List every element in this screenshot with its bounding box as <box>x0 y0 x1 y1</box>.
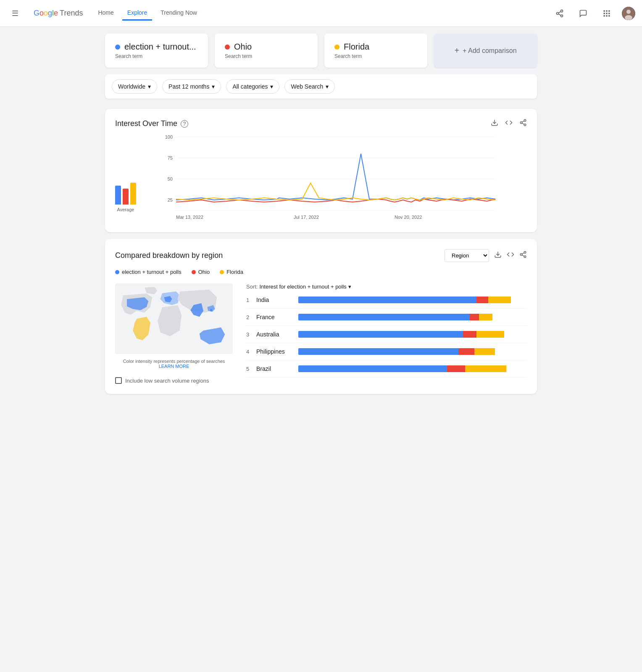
sort-header: Sort: Interest for election + turnout + … <box>246 284 527 290</box>
region-bars <box>298 365 527 372</box>
line-chart-container: 100 75 50 25 Mar 13, 2022 Jul 17, 2022 N… <box>145 137 527 222</box>
region-rank: 3 <box>246 331 256 338</box>
learn-more-link[interactable]: LEARN MORE <box>159 364 189 369</box>
map-note: Color intensity represents percentage of… <box>115 359 233 369</box>
region-bars <box>298 348 527 355</box>
region-rank: 5 <box>246 366 256 372</box>
region-bar-segment <box>470 314 479 320</box>
period-filter[interactable]: Past 12 months ▾ <box>162 79 221 94</box>
help-icon[interactable]: ? <box>181 120 188 128</box>
region-bars <box>298 297 527 303</box>
blue-line <box>176 154 495 200</box>
avatar[interactable] <box>622 7 635 20</box>
breakdown-legend: election + turnout + polls Ohio Florida <box>115 269 527 275</box>
svg-rect-13 <box>608 15 610 16</box>
share-breakdown-button[interactable] <box>519 251 527 260</box>
svg-point-38 <box>524 256 526 258</box>
share-chart-button[interactable] <box>519 119 527 129</box>
region-item: 4Philippines <box>246 348 527 360</box>
legend-dot-yellow <box>220 270 224 274</box>
sort-select-control[interactable]: Interest for election + turnout + polls … <box>259 284 351 290</box>
svg-text:25: 25 <box>168 197 173 202</box>
region-bar-segment <box>463 331 477 338</box>
download-breakdown-button[interactable] <box>494 251 502 260</box>
breakdown-title: Compared breakdown by region <box>115 251 223 260</box>
share-button[interactable] <box>551 5 568 22</box>
add-comparison-button[interactable]: + + Add comparison <box>434 34 537 68</box>
region-bar-segment <box>458 348 474 355</box>
legend-item-3: Florida <box>220 269 243 275</box>
legend-label-1: election + turnout + polls <box>122 269 182 275</box>
search-term-card-1[interactable]: election + turnout... Search term <box>105 34 208 68</box>
feedback-button[interactable] <box>575 5 592 22</box>
svg-point-0 <box>561 10 563 12</box>
svg-text:Mar 13, 2022: Mar 13, 2022 <box>176 215 203 220</box>
svg-line-40 <box>522 253 524 254</box>
svg-rect-6 <box>606 10 607 11</box>
region-list: Sort: Interest for election + turnout + … <box>246 284 527 384</box>
apps-button[interactable] <box>598 5 615 22</box>
menu-button[interactable]: ☰ <box>7 5 24 22</box>
svg-line-22 <box>522 121 524 122</box>
search-term-card-3[interactable]: Florida Search term <box>324 34 427 68</box>
svg-text:50: 50 <box>168 176 173 181</box>
region-bars <box>298 314 527 320</box>
svg-rect-9 <box>606 13 607 14</box>
yellow-line <box>176 183 495 200</box>
term-name-2: Ohio <box>234 42 252 52</box>
region-bar-segment <box>479 314 493 320</box>
add-comparison-label: + Add comparison <box>463 47 517 55</box>
embed-breakdown-button[interactable] <box>507 251 514 260</box>
region-item: 3Australia <box>246 331 527 343</box>
term-type-3: Search term <box>334 53 417 59</box>
embed-chart-button[interactable] <box>505 119 513 129</box>
search-type-filter[interactable]: Web Search ▾ <box>284 79 335 94</box>
chevron-down-icon: ▾ <box>326 83 329 90</box>
breakdown-card: Compared breakdown by region Region Subr… <box>105 239 537 394</box>
region-name: Philippines <box>256 348 298 355</box>
region-bar-segment <box>476 331 504 338</box>
region-name: Australia <box>256 331 298 338</box>
nav-links: Home Explore Trending Now <box>93 6 541 21</box>
legend-item-2: Ohio <box>192 269 210 275</box>
svg-point-36 <box>524 252 526 254</box>
region-bars <box>298 331 527 338</box>
legend-label-2: Ohio <box>198 269 210 275</box>
term-dot-3 <box>334 45 339 50</box>
low-volume-checkbox[interactable] <box>115 377 122 384</box>
search-term-card-2[interactable]: Ohio Search term <box>215 34 318 68</box>
svg-point-18 <box>524 120 526 122</box>
download-chart-button[interactable] <box>491 119 498 129</box>
worldwide-filter[interactable]: Worldwide ▾ <box>112 79 157 94</box>
trends-wordmark: Trends <box>60 9 83 18</box>
svg-point-2 <box>561 15 563 17</box>
region-select[interactable]: Region Subregion Country <box>445 249 489 262</box>
region-bar-segment <box>476 297 488 303</box>
search-type-label: Web Search <box>291 83 323 90</box>
legend-dot-red <box>192 270 196 274</box>
region-rank: 4 <box>246 349 256 355</box>
region-bar-segment <box>465 365 506 372</box>
svg-point-19 <box>520 122 522 124</box>
term-header-1: election + turnout... <box>115 42 198 52</box>
avg-bar-red <box>123 189 129 205</box>
svg-point-1 <box>557 12 559 14</box>
svg-text:Jul 17, 2022: Jul 17, 2022 <box>294 215 319 220</box>
legend-dot-blue <box>115 270 119 274</box>
search-terms-row: election + turnout... Search term Ohio S… <box>105 34 537 68</box>
categories-label: All categories <box>232 83 268 90</box>
svg-rect-12 <box>606 15 607 16</box>
explore-link[interactable]: Explore <box>122 6 152 21</box>
trending-now-link[interactable]: Trending Now <box>155 6 202 21</box>
categories-filter[interactable]: All categories ▾ <box>226 79 279 94</box>
chart-title-text: Interest Over Time <box>115 119 177 128</box>
legend-item-1: election + turnout + polls <box>115 269 182 275</box>
main-content: election + turnout... Search term Ohio S… <box>98 27 544 407</box>
region-rank: 2 <box>246 314 256 320</box>
chart-title: Interest Over Time ? <box>115 119 188 128</box>
region-bar-segment <box>298 297 476 303</box>
interest-over-time-card: Interest Over Time ? <box>105 109 537 232</box>
home-link[interactable]: Home <box>93 6 118 21</box>
term-dot-1 <box>115 45 120 50</box>
sort-value: Interest for election + turnout + polls <box>259 284 346 290</box>
